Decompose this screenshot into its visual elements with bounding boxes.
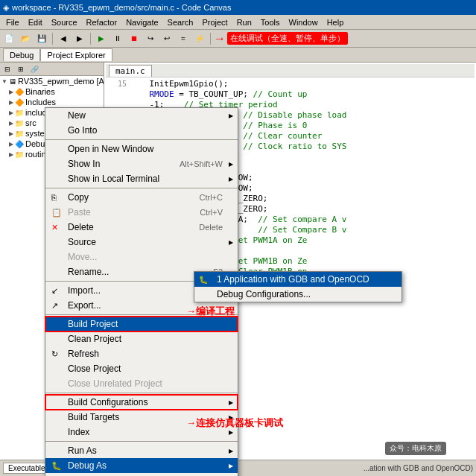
menu-bar: File Edit Source Refactor Navigate Searc…	[0, 15, 476, 30]
cm-move-label: Move...	[68, 252, 97, 262]
cm-build-project-label: Build Project	[68, 319, 118, 329]
menu-refactor[interactable]: Refactor	[82, 16, 122, 28]
tab-explorer[interactable]: Project Explorer	[40, 48, 112, 61]
tb-save[interactable]: 💾	[34, 31, 49, 46]
sm-debug-configs[interactable]: Debug Configurations...	[194, 287, 402, 302]
title-text: workspace - RV335_epwm_demo/src/main.c -…	[12, 3, 231, 12]
toolbar-arrow: →	[214, 32, 226, 45]
cm-move[interactable]: Move...	[45, 250, 238, 264]
menu-edit[interactable]: Edit	[24, 16, 47, 28]
tb-open[interactable]: 📂	[18, 31, 33, 46]
cm-sep6	[45, 441, 238, 442]
cm-sep4	[45, 314, 238, 315]
cm-show-in-label: Show In	[68, 159, 100, 169]
cm-debug-as-label: Debug As	[68, 460, 107, 471]
submenu-debug-as: 🐛 1 Application with GDB and OpenOCD Deb…	[194, 271, 402, 302]
cm-new[interactable]: New	[45, 108, 238, 123]
menu-project[interactable]: Project	[197, 16, 232, 28]
tab-debug[interactable]: Debug	[3, 48, 40, 61]
cm-copy-label: Copy	[68, 192, 89, 203]
cm-new-label: New	[68, 110, 86, 121]
cm-build-configs[interactable]: Build Configurations	[45, 395, 238, 410]
cm-show-in-shortcut: Alt+Shift+W	[180, 159, 223, 168]
cm-open-new-window-label: Open in New Window	[68, 144, 153, 154]
menu-source[interactable]: Source	[47, 16, 82, 28]
cm-delete-label: Delete	[68, 222, 94, 232]
perspective-bar: Debug Project Explorer	[0, 48, 476, 63]
tb-debug[interactable]: ≈	[176, 31, 191, 46]
cm-clean-project-label: Clean Project	[68, 334, 121, 344]
cm-run-as-label: Run As	[68, 445, 97, 456]
cm-show-in[interactable]: Show In Alt+Shift+W	[45, 156, 238, 171]
cm-profile-as[interactable]: Profile As	[45, 473, 238, 476]
cm-index[interactable]: Index	[45, 425, 238, 439]
menu-file[interactable]: File	[1, 16, 24, 28]
tb-step[interactable]: ↪	[143, 31, 158, 46]
cm-gointo[interactable]: Go Into	[45, 123, 238, 138]
main-area: ⊟ ⊞ 🔗 ▼ 🖥 RV335_epwm_demo [A ▶ 🔶 Binarie…	[0, 63, 476, 460]
menu-help[interactable]: Help	[323, 16, 349, 28]
cm-run-as[interactable]: Run As	[45, 443, 238, 458]
menu-tools[interactable]: Tools	[256, 16, 285, 28]
sm-debug-configs-label: Debug Configurations...	[217, 289, 311, 299]
cm-source[interactable]: Source	[45, 235, 238, 250]
tb-sep1	[52, 33, 53, 45]
cm-build-project[interactable]: Build Project	[45, 317, 238, 331]
tb-pause[interactable]: ⏸	[110, 31, 125, 46]
cm-copy-shortcut: Ctrl+C	[200, 193, 223, 202]
cm-close-unrelated-label: Close Unrelated Project	[68, 378, 162, 389]
cm-sep5	[45, 393, 238, 393]
cm-paste-shortcut: Ctrl+V	[200, 208, 223, 217]
cm-import-label: Import...	[68, 285, 101, 296]
menu-search[interactable]: Search	[163, 16, 198, 28]
cm-close-unrelated[interactable]: Close Unrelated Project	[45, 376, 238, 391]
cm-clean-project[interactable]: Clean Project	[45, 331, 238, 346]
cm-build-configs-label: Build Configurations	[68, 397, 147, 407]
sm-gdb-icon: 🐛	[199, 276, 208, 284]
sm-gdb-openocd[interactable]: 🐛 1 Application with GDB and OpenOCD	[194, 272, 402, 287]
cm-delete-icon: ✕	[51, 223, 58, 232]
cm-refresh-icon: ↻	[51, 349, 58, 359]
cm-show-local[interactable]: Show in Local Terminal	[45, 171, 238, 186]
tb-build[interactable]: ⚡	[192, 31, 207, 46]
cm-export-icon: ↗	[51, 301, 58, 311]
cm-source-label: Source	[68, 237, 96, 247]
tb-stop[interactable]: ⏹	[127, 31, 142, 46]
menu-run[interactable]: Run	[232, 16, 256, 28]
cm-paste-label: Paste	[68, 207, 91, 218]
cm-delete[interactable]: ✕ Delete Delete	[45, 220, 238, 235]
cm-open-new-window[interactable]: Open in New Window	[45, 142, 238, 156]
cm-copy-icon: ⎘	[51, 193, 57, 202]
cm-debug-as[interactable]: 🐛 Debug As	[45, 458, 238, 473]
tb-new[interactable]: 📄	[1, 31, 16, 46]
tb-sep3	[210, 33, 211, 45]
tb-stepover[interactable]: ↩	[159, 31, 174, 46]
menu-navigate[interactable]: Navigate	[121, 16, 162, 28]
tb-next[interactable]: ▶	[72, 31, 87, 46]
cm-import-icon: ↙	[51, 286, 58, 296]
toolbar: 📄 📂 💾 ◀ ▶ ▶ ⏸ ⏹ ↪ ↩ ≈ ⚡ → 在线调试（全速、暂停、单步）	[0, 30, 476, 48]
context-menu-overlay: New Go Into Open in New Window Show In A…	[0, 63, 476, 460]
tb-prev[interactable]: ◀	[56, 31, 71, 46]
cm-export-label: Export...	[68, 300, 101, 311]
cm-sep1	[45, 139, 238, 140]
cm-close-project-label: Close Project	[68, 364, 121, 374]
cm-paste-icon: 📋	[51, 208, 62, 218]
app-icon: ◈	[3, 3, 9, 13]
cm-show-local-label: Show in Local Terminal	[68, 174, 159, 184]
cm-delete-shortcut: Delete	[199, 223, 223, 232]
tb-run[interactable]: ▶	[94, 31, 109, 46]
cm-close-project[interactable]: Close Project	[45, 361, 238, 376]
status-text: ...ation with GDB and OpenOCD)	[364, 464, 473, 472]
cm-rename-label: Rename...	[68, 267, 109, 277]
cm-paste[interactable]: 📋 Paste Ctrl+V	[45, 205, 238, 220]
cm-build-targets-label: Build Targets	[68, 412, 119, 422]
cm-gointo-label: Go Into	[68, 125, 97, 136]
toolbar-annotation: 在线调试（全速、暂停、单步）	[227, 32, 348, 45]
menu-window[interactable]: Window	[285, 16, 323, 28]
cm-build-targets[interactable]: Build Targets	[45, 410, 238, 425]
sm-gdb-label: 1 Application with GDB and OpenOCD	[217, 274, 369, 285]
cm-refresh[interactable]: ↻ Refresh	[45, 346, 238, 361]
cm-debug-icon: 🐛	[51, 461, 62, 471]
cm-copy[interactable]: ⎘ Copy Ctrl+C	[45, 190, 238, 205]
